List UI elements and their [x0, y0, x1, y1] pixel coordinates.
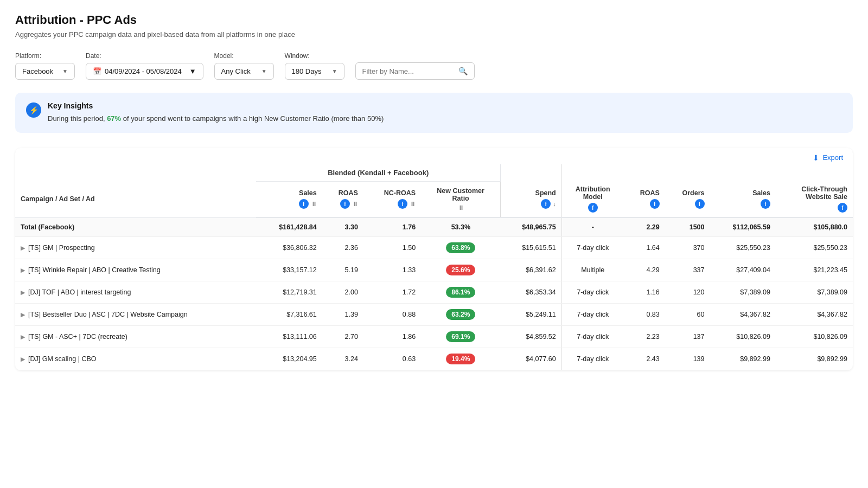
ncr-badge-2: 86.1% [446, 287, 475, 298]
roas2-cell-4: 2.23 [624, 326, 665, 348]
total-roas-cell: 3.30 [322, 217, 363, 237]
sales2-cell-4: $10,826.09 [710, 326, 776, 348]
campaign-cell-3: ▶[TS] Bestseller Duo | ASC | 7DC | Websi… [15, 304, 256, 326]
attrmodel-cell-3: 7-day click [561, 304, 623, 326]
total-ncroas-cell: 1.76 [363, 217, 421, 237]
insights-icon: ⚡ [26, 102, 41, 118]
insights-box: ⚡ Key Insights During this period, 67% o… [15, 93, 853, 133]
ncroas-cell-1: 1.33 [363, 259, 421, 281]
attrmodel-cell-0: 7-day click [561, 237, 623, 259]
window-select[interactable]: 180 Days ▼ [285, 63, 344, 80]
model-value: Any Click [221, 67, 251, 75]
roas-cell-1: 5.19 [322, 259, 363, 281]
clickthrough-cell-0: $25,550.23 [776, 237, 853, 259]
fb-icon-sales: f [299, 199, 309, 209]
expand-icon-3[interactable]: ▶ [21, 311, 25, 318]
th-orders-empty [665, 164, 710, 182]
orders-cell-5: 139 [665, 348, 710, 370]
platform-value: Facebook [22, 67, 53, 75]
insights-title: Key Insights [48, 101, 384, 110]
orders-cell-2: 120 [665, 281, 710, 304]
total-spend-cell: $48,965.75 [501, 217, 562, 237]
insights-highlight-pct: 67% [107, 114, 121, 123]
roas-cell-3: 1.39 [322, 304, 363, 326]
th-campaign: Campaign / Ad Set / Ad [15, 164, 256, 218]
attrmodel-cell-2: 7-day click [561, 281, 623, 304]
window-filter-group: Window: 180 Days ▼ [285, 52, 344, 80]
pause-icon-ncroas: ⏸ [410, 201, 416, 207]
table-row: ▶[TS] GM | Prospecting $36,806.32 2.36 1… [15, 237, 853, 259]
search-filter-group: 🔍 [355, 52, 475, 80]
fb-icon-roas2: f [650, 199, 660, 209]
ncr-cell-3: 63.2% [421, 304, 501, 326]
expand-icon-5[interactable]: ▶ [21, 356, 25, 362]
ncroas-cell-0: 1.50 [363, 237, 421, 259]
th-ncr: New Customer Ratio ⏸ [421, 181, 501, 217]
expand-icon-1[interactable]: ▶ [21, 267, 25, 273]
expand-icon-0[interactable]: ▶ [21, 245, 25, 251]
table-row: ▶[TS] GM - ASC+ | 7DC (recreate) $13,111… [15, 326, 853, 348]
pause-icon-roas: ⏸ [352, 201, 358, 207]
th-roas2: ROAS f [624, 181, 665, 217]
spend-cell-0: $15,615.51 [501, 237, 562, 259]
date-filter-group: Date: 📅 04/09/2024 - 05/08/2024 ▼ [86, 52, 203, 80]
date-select[interactable]: 📅 04/09/2024 - 05/08/2024 ▼ [86, 63, 203, 80]
expand-icon-4[interactable]: ▶ [21, 333, 25, 340]
th-clickthrough: Click-Through Website Sale f [776, 181, 853, 217]
th-clickthrough-empty [776, 164, 853, 182]
roas2-cell-0: 1.64 [624, 237, 665, 259]
model-select[interactable]: Any Click ▼ [214, 63, 274, 80]
sales-cell-5: $13,204.95 [256, 348, 322, 370]
total-sales2-cell: $112,065.59 [710, 217, 776, 237]
search-input[interactable] [362, 67, 455, 75]
fb-icon-sales2: f [761, 199, 770, 209]
ncr-badge-1: 25.6% [446, 265, 475, 275]
export-label: Export [822, 153, 843, 162]
table-row: ▶[DJ] GM scaling | CBO $13,204.95 3.24 0… [15, 348, 853, 370]
platform-label: Platform: [15, 52, 75, 60]
window-value: 180 Days [292, 67, 322, 75]
export-button[interactable]: ⬇ Export [813, 153, 843, 162]
th-ncroas: NC-ROAS f ⏸ [363, 181, 421, 217]
table-wrapper: Campaign / Ad Set / Ad Blended (Kendall … [15, 164, 853, 371]
total-sales-cell: $161,428.84 [256, 217, 322, 237]
th-spend: Spend f ↓ [501, 181, 562, 217]
ncr-cell-2: 86.1% [421, 281, 501, 304]
campaign-cell-0: ▶[TS] GM | Prospecting [15, 237, 256, 259]
expand-icon-2[interactable]: ▶ [21, 289, 25, 296]
roas2-cell-1: 4.29 [624, 259, 665, 281]
total-orders-cell: 1500 [665, 217, 710, 237]
platform-select[interactable]: Facebook ▼ [15, 63, 75, 80]
ncr-cell-1: 25.6% [421, 259, 501, 281]
attrmodel-cell-5: 7-day click [561, 348, 623, 370]
attrmodel-cell-1: Multiple [561, 259, 623, 281]
sales2-cell-5: $9,892.99 [710, 348, 776, 370]
window-chevron-icon: ▼ [332, 68, 337, 74]
orders-cell-1: 337 [665, 259, 710, 281]
sales-cell-2: $12,719.31 [256, 281, 322, 304]
roas-cell-5: 3.24 [322, 348, 363, 370]
date-value: 04/09/2024 - 05/08/2024 [105, 67, 182, 75]
sales-cell-4: $13,111.06 [256, 326, 322, 348]
total-row: Total (Facebook) $161,428.84 3.30 1.76 5… [15, 217, 853, 237]
orders-cell-0: 370 [665, 237, 710, 259]
ncr-cell-0: 63.8% [421, 237, 501, 259]
search-box[interactable]: 🔍 [355, 62, 475, 80]
total-ncr-cell: 53.3% [421, 217, 501, 237]
table-row: ▶[DJ] TOF | ABO | interest targeting $12… [15, 281, 853, 304]
th-orders: Orders f [665, 181, 710, 217]
filters-bar: Platform: Facebook ▼ Date: 📅 04/09/2024 … [15, 52, 853, 80]
sales-cell-0: $36,806.32 [256, 237, 322, 259]
campaign-cell-1: ▶[TS] Wrinkle Repair | ABO | Creative Te… [15, 259, 256, 281]
model-label: Model: [214, 52, 274, 60]
campaign-cell-5: ▶[DJ] GM scaling | CBO [15, 348, 256, 370]
roas-cell-0: 2.36 [322, 237, 363, 259]
spend-cell-2: $6,353.34 [501, 281, 562, 304]
campaign-cell-2: ▶[DJ] TOF | ABO | interest targeting [15, 281, 256, 304]
th-attrmodel-empty [561, 164, 623, 182]
search-label [355, 52, 475, 59]
roas2-cell-3: 0.83 [624, 304, 665, 326]
clickthrough-cell-4: $10,826.09 [776, 326, 853, 348]
ncr-badge-3: 63.2% [446, 309, 475, 320]
ncr-badge-5: 19.4% [446, 354, 475, 364]
